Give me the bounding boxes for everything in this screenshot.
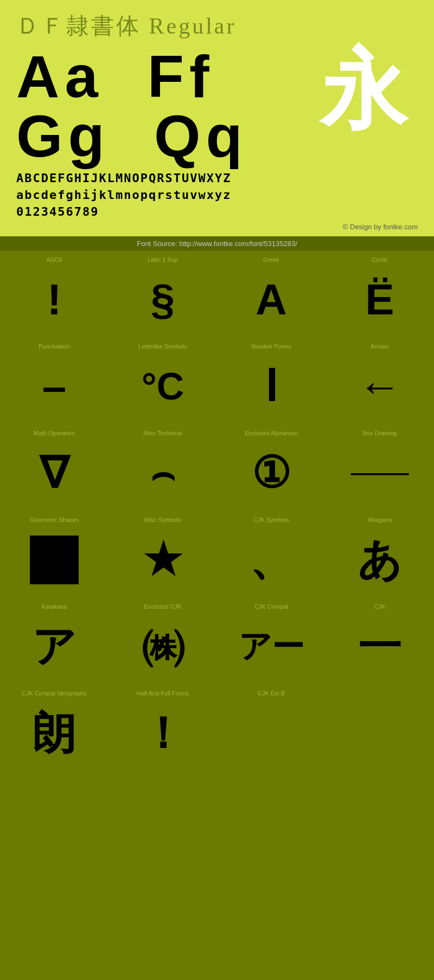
source-bar: Font Source: http://www.fontke.com/font/… — [0, 236, 434, 251]
symbol-cjk: 一 — [358, 613, 401, 680]
symbol-cjkcompat: アー — [239, 613, 304, 680]
grid-cell-letterlike: Letterlike Symbols °C — [108, 338, 217, 424]
copyright: © Design by fontke.com — [16, 223, 418, 231]
label-greek: Greek — [263, 256, 279, 263]
font-title: ＤＦ隷書体 Regular — [16, 11, 418, 41]
grid-cell-empty — [326, 685, 434, 771]
grid-cell-arrows: Arrows ← — [326, 338, 434, 424]
label-halffullfoms: Half And Full Forms — [137, 690, 189, 697]
label-misctech: Misc Technical — [143, 430, 182, 436]
grid-cell-misctech: Misc Technical ⌢ — [108, 424, 217, 511]
grid-cell-punctuation: Punctuation – — [0, 338, 108, 424]
symbol-cjkcompatideo: 朗 — [33, 700, 76, 767]
symbol-halffullfoms: ！ — [141, 700, 184, 767]
grid-cell-cjkcompatideo: CJK Compat Ideographs 朗 — [0, 685, 108, 771]
label-mathop: Math Operators — [34, 430, 75, 436]
symbol-katakana: ア — [32, 613, 76, 680]
grid-cell-cjk: CJK 一 — [326, 598, 434, 685]
label-miscsym: Misc Symbols — [144, 517, 181, 523]
symbol-hiragana: あ — [358, 526, 402, 594]
symbol-punctuation: – — [42, 353, 67, 420]
symbol-mathop: ∇ — [40, 440, 69, 507]
label-cjkcompat: CJK Compat — [254, 603, 288, 610]
lowercase-row: abcdefghijklmnopqrstuvwxyz — [16, 188, 418, 202]
symbol-cjksym: 、 — [250, 526, 293, 594]
char-row-1: Aa Ff — [16, 47, 248, 106]
preview-large: Aa Ff Gg Qq 永 — [16, 47, 418, 166]
kanji-preview: 永 — [320, 47, 418, 133]
grid-cell-greek: Greek Α — [217, 251, 326, 338]
uppercase-row: ABCDEFGHIJKLMNOPQRSTUVWXYZ — [16, 171, 418, 185]
symbol-ascii: ! — [47, 266, 62, 333]
grid-cell-halffullfoms: Half And Full Forms ！ — [108, 685, 217, 771]
grid-cell-latin1sup: Latin 1 Sup § — [108, 251, 217, 338]
label-arrows: Arrows — [371, 343, 389, 350]
grid-cell-cyrilic: Cyrilic Ë — [326, 251, 434, 338]
grid-cell-enclosedcjk: Enclosed CJK ㈱ — [108, 598, 217, 685]
label-punctuation: Punctuation — [39, 343, 70, 350]
digits-row: 0123456789 — [16, 205, 418, 218]
label-cjksym: CJK Symbols — [253, 517, 289, 523]
grid-cell-cjkcompat: CJK Compat アー — [217, 598, 326, 685]
black-square-icon — [30, 536, 79, 584]
grid-cell-miscsym: Misc Symbols ★ — [108, 511, 217, 598]
label-ascii: ASCII — [47, 256, 62, 263]
label-katakana: Katakana — [42, 603, 67, 610]
top-section: ＤＦ隷書体 Regular Aa Ff Gg Qq 永 ABCDEFGHIJKL… — [0, 0, 434, 236]
char-row-2: Gg Qq — [16, 106, 248, 166]
label-cyrilic: Cyrilic — [372, 256, 388, 263]
label-hiragana: Hiragana — [368, 517, 392, 523]
label-cjk: CJK — [374, 603, 386, 610]
label-letterlike: Letterlike Symbols — [138, 343, 187, 350]
grid-cell-katakana: Katakana ア — [0, 598, 108, 685]
symbol-boxdrawing: ─── — [351, 440, 409, 507]
grid-cell-geometric: Geometric Shapes — [0, 511, 108, 598]
grid-cell-ascii: ASCII ! — [0, 251, 108, 338]
label-cjkextb: CJK Ext B — [258, 690, 285, 697]
grid-cell-cjksym: CJK Symbols 、 — [217, 511, 326, 598]
grid-cell-hiragana: Hiragana あ — [326, 511, 434, 598]
label-enclosedcjk: Enclosed CJK — [144, 603, 181, 610]
label-geometric: Geometric Shapes — [29, 517, 79, 523]
grid-cell-numberforms: Number Forms Ⅰ — [217, 338, 326, 424]
symbol-misctech: ⌢ — [150, 440, 175, 507]
symbol-geometric — [30, 526, 79, 594]
label-enclosedalpha: Enclosed Alphanum — [245, 430, 297, 436]
grid-cell-enclosedalpha: Enclosed Alphanum ① — [217, 424, 326, 511]
symbol-latin1sup: § — [151, 266, 175, 333]
symbol-greek: Α — [256, 266, 287, 333]
symbol-enclosedcjk: ㈱ — [141, 613, 184, 680]
symbol-numberforms: Ⅰ — [265, 353, 278, 420]
symbol-enclosedalpha: ① — [252, 440, 291, 507]
label-boxdrawing: Box Drawing — [363, 430, 397, 436]
label-cjkcompatideo: CJK Compat Ideographs — [22, 690, 87, 697]
character-grid: ASCII ! Latin 1 Sup § Greek Α Cyrilic Ë … — [0, 251, 434, 771]
symbol-miscsym: ★ — [143, 526, 182, 594]
grid-cell-cjkextb: CJK Ext B — [217, 685, 326, 771]
symbol-letterlike: °C — [142, 353, 184, 420]
label-numberforms: Number Forms — [251, 343, 291, 350]
preview-chars: Aa Ff Gg Qq — [16, 47, 248, 166]
symbol-arrows: ← — [358, 353, 401, 420]
grid-cell-mathop: Math Operators ∇ — [0, 424, 108, 511]
grid-cell-boxdrawing: Box Drawing ─── — [326, 424, 434, 511]
label-latin1sup: Latin 1 Sup — [148, 256, 178, 263]
symbol-cyrilic: Ë — [365, 266, 394, 333]
